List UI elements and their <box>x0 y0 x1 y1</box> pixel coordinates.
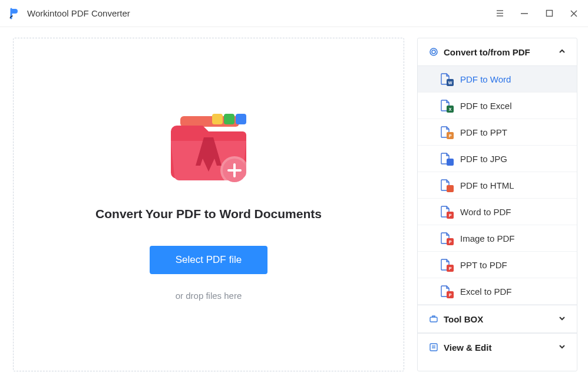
file-icon: P <box>440 259 452 271</box>
select-pdf-button[interactable]: Select PDF file <box>150 246 267 274</box>
sidebar: Convert to/from PDF WPDF to WordXPDF to … <box>417 38 577 371</box>
sidebar-item-label: PPT to PDF <box>460 260 507 270</box>
convert-section-icon <box>428 47 439 57</box>
file-icon <box>440 179 452 191</box>
window-controls <box>494 8 580 19</box>
sidebar-item-excel-to-pdf[interactable]: PExcel to PDF <box>418 278 577 305</box>
sidebar-item-word-to-pdf[interactable]: PWord to PDF <box>418 199 577 225</box>
sidebar-item-label: PDF to Excel <box>460 101 512 111</box>
maximize-button[interactable] <box>543 8 555 19</box>
svg-rect-16 <box>430 317 437 322</box>
convert-list: WPDF to WordXPDF to ExcelPPDF to PPTPDF … <box>418 66 577 305</box>
svg-rect-17 <box>430 344 437 351</box>
close-button[interactable] <box>568 8 580 19</box>
pdf-folder-icon <box>161 109 256 192</box>
sidebar-item-pdf-to-html[interactable]: PDF to HTML <box>418 172 577 199</box>
svg-rect-9 <box>224 114 234 124</box>
svg-point-15 <box>430 48 437 55</box>
chevron-down-icon <box>558 314 566 324</box>
svg-rect-10 <box>236 114 246 124</box>
file-icon: P <box>440 232 452 244</box>
drop-hint: or drop files here <box>176 291 242 301</box>
file-icon <box>440 153 452 164</box>
minimize-button[interactable] <box>518 8 530 19</box>
sidebar-item-label: PDF to PPT <box>460 127 507 137</box>
sidebar-item-pdf-to-jpg[interactable]: PDF to JPG <box>418 146 577 172</box>
sidebar-item-image-to-pdf[interactable]: PImage to PDF <box>418 225 577 252</box>
sidebar-item-label: Excel to PDF <box>460 286 512 297</box>
viewedit-section-icon <box>428 342 439 353</box>
file-icon: X <box>440 100 452 111</box>
drop-zone[interactable]: Convert Your PDF to Word Documents Selec… <box>13 38 404 371</box>
sidebar-item-label: PDF to Word <box>460 74 511 84</box>
file-icon: P <box>440 285 452 297</box>
sidebar-item-label: Image to PDF <box>460 233 515 243</box>
section-toolbox-title: Tool BOX <box>444 314 483 324</box>
file-icon: P <box>440 206 452 218</box>
section-convert-title: Convert to/from PDF <box>444 47 530 57</box>
section-viewedit[interactable]: View & Edit <box>418 333 577 361</box>
menu-button[interactable] <box>494 8 506 19</box>
chevron-up-icon <box>558 47 566 57</box>
toolbox-section-icon <box>428 314 439 324</box>
svg-rect-4 <box>546 11 552 17</box>
section-convert[interactable]: Convert to/from PDF <box>418 38 577 66</box>
sidebar-item-label: Word to PDF <box>460 207 511 217</box>
file-icon: P <box>440 126 452 138</box>
sidebar-item-pdf-to-excel[interactable]: XPDF to Excel <box>418 93 577 119</box>
sidebar-item-pdf-to-ppt[interactable]: PPDF to PPT <box>418 119 577 146</box>
section-viewedit-title: View & Edit <box>444 343 491 353</box>
app-logo-icon <box>8 7 21 20</box>
sidebar-item-ppt-to-pdf[interactable]: PPPT to PDF <box>418 252 577 278</box>
svg-rect-8 <box>212 114 223 124</box>
chevron-down-icon <box>558 343 566 353</box>
titlebar: Workintool PDF Converter <box>0 0 588 27</box>
sidebar-item-pdf-to-word[interactable]: WPDF to Word <box>418 66 577 93</box>
headline: Convert Your PDF to Word Documents <box>95 207 322 221</box>
file-icon: W <box>440 73 452 85</box>
sidebar-item-label: PDF to HTML <box>460 180 514 190</box>
sidebar-item-label: PDF to JPG <box>460 154 507 164</box>
section-toolbox[interactable]: Tool BOX <box>418 305 577 333</box>
app-title: Workintool PDF Converter <box>27 8 130 18</box>
